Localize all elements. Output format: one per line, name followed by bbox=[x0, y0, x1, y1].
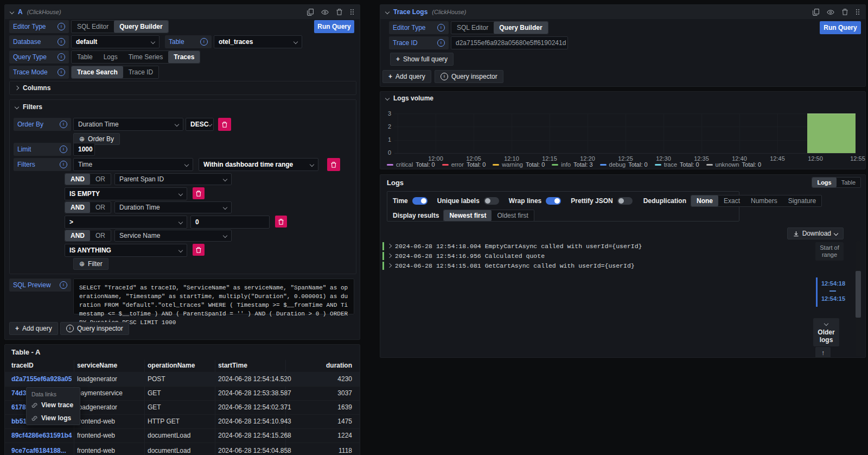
limit-input[interactable]: 1000 bbox=[73, 143, 95, 156]
col-header-traceid[interactable]: traceID bbox=[11, 362, 34, 369]
show-full-query-button[interactable]: +Show full query bbox=[390, 53, 454, 66]
query-inspector-button[interactable]: iQuery inspector bbox=[435, 70, 503, 83]
view-logs-option[interactable]: Logs bbox=[812, 178, 836, 187]
run-query-button[interactable]: Run Query bbox=[314, 20, 354, 33]
editor-type-switch[interactable]: SQL Editor Query Builder bbox=[71, 20, 169, 33]
legend-item-unknown[interactable]: unknownTotal: 0 bbox=[706, 161, 762, 168]
database-select[interactable]: default bbox=[71, 35, 159, 48]
info-bar[interactable] bbox=[807, 113, 856, 153]
log-row[interactable]: 2024-06-28 12:54:15.081 GetCartAsync cal… bbox=[382, 261, 635, 270]
remove-time-filter-button[interactable] bbox=[327, 158, 340, 171]
newest-first-option[interactable]: Newest first bbox=[444, 210, 492, 221]
scroll-to-top-button[interactable]: ↑ bbox=[815, 347, 831, 358]
col-header-operationname[interactable]: operationName bbox=[148, 362, 195, 369]
dedup-none[interactable]: None bbox=[691, 195, 718, 206]
remove-filter-button-3[interactable] bbox=[193, 244, 205, 256]
drag-handle-icon[interactable] bbox=[350, 9, 354, 15]
eye-icon[interactable] bbox=[321, 9, 329, 15]
legend-item-trace[interactable]: traceTotal: 0 bbox=[655, 161, 699, 168]
filter-operator-select-1[interactable]: IS EMPTY bbox=[65, 187, 187, 200]
remove-filter-button-2[interactable] bbox=[275, 216, 287, 228]
order-by-direction-select[interactable]: DESC bbox=[186, 118, 214, 131]
legend-item-debug[interactable]: debugTotal: 0 bbox=[600, 161, 648, 168]
info-icon[interactable]: i bbox=[60, 146, 67, 153]
logs-scrollbar-thumb[interactable] bbox=[856, 271, 861, 318]
order-by-field-select[interactable]: Duration Time bbox=[73, 118, 183, 131]
time-toggle[interactable] bbox=[412, 197, 427, 205]
legend-item-warning[interactable]: warningTotal: 0 bbox=[493, 161, 545, 168]
query-type-table[interactable]: Table bbox=[72, 51, 98, 63]
filter-time-field-select[interactable]: Time bbox=[73, 158, 193, 171]
logs-scrollbar-track[interactable] bbox=[856, 241, 861, 356]
filter-field-select-1[interactable]: Parent Span ID bbox=[114, 173, 232, 185]
logs-volume-header[interactable]: Logs volume bbox=[386, 94, 433, 102]
log-row[interactable]: 2024-06-28 12:54:16.956 Calculated quote bbox=[382, 251, 545, 261]
filters-section-toggle[interactable]: Filters bbox=[10, 100, 356, 114]
editor-type-sql-editor[interactable]: SQL Editor bbox=[72, 21, 114, 33]
query-type-switch[interactable]: Table Logs Time Series Traces bbox=[71, 50, 200, 64]
deduplication-switch[interactable]: None Exact Numbers Signature bbox=[691, 195, 822, 207]
info-icon[interactable]: i bbox=[58, 53, 65, 61]
add-query-button[interactable]: +Add query bbox=[382, 70, 431, 83]
info-icon[interactable]: i bbox=[437, 24, 445, 31]
filter-field-select-3[interactable]: Service Name bbox=[114, 230, 232, 242]
bool-operator-switch-3[interactable]: AND OR bbox=[65, 230, 111, 242]
dedup-signature[interactable]: Signature bbox=[783, 195, 821, 206]
view-trace-menu-item[interactable]: View trace bbox=[27, 399, 80, 412]
run-query-button[interactable]: Run Query bbox=[820, 21, 861, 34]
trace-id-input[interactable]: d2a7155ef6a928a05680e5ff6190241d bbox=[451, 36, 568, 49]
drag-handle-icon[interactable] bbox=[856, 9, 860, 15]
info-icon[interactable]: i bbox=[200, 38, 208, 46]
collapse-chevron-icon[interactable] bbox=[385, 10, 390, 14]
oldest-first-option[interactable]: Oldest first bbox=[492, 210, 533, 221]
info-icon[interactable]: i bbox=[437, 39, 445, 47]
remove-order-by-button[interactable] bbox=[218, 118, 231, 131]
query-type-logs[interactable]: Logs bbox=[98, 51, 123, 63]
collapse-chevron-icon[interactable] bbox=[10, 10, 14, 14]
col-header-duration[interactable]: duration bbox=[326, 362, 352, 369]
display-results-switch[interactable]: Newest first Oldest first bbox=[443, 210, 534, 222]
trace-id-link[interactable]: 9ce7caf6184188... bbox=[11, 447, 66, 454]
eye-icon[interactable] bbox=[827, 9, 834, 15]
trace-mode-switch[interactable]: Trace Search Trace ID bbox=[71, 66, 159, 79]
filter-value-input-2[interactable]: 0 bbox=[190, 216, 270, 229]
add-query-button[interactable]: +Add query bbox=[9, 322, 58, 335]
remove-filter-button-1[interactable] bbox=[193, 187, 205, 199]
trace-mode-id[interactable]: Trace ID bbox=[123, 66, 159, 78]
add-filter-button[interactable]: ⊕Filter bbox=[73, 258, 108, 270]
unique-labels-toggle[interactable] bbox=[484, 197, 499, 205]
info-icon[interactable]: i bbox=[58, 38, 65, 46]
filter-operator-select-2[interactable]: > bbox=[65, 216, 187, 229]
duplicate-icon[interactable] bbox=[813, 9, 819, 16]
editor-type-query-builder[interactable]: Query Builder bbox=[114, 21, 168, 33]
table-row[interactable]: 89cf4286e631591b4... frontend-web docume… bbox=[5, 428, 360, 443]
table-row[interactable]: 9ce7caf6184188... frontend-web documentL… bbox=[5, 444, 360, 455]
trace-mode-search[interactable]: Trace Search bbox=[72, 66, 123, 78]
panel-a-header[interactable]: A (ClickHouse) bbox=[5, 5, 360, 19]
delete-icon[interactable] bbox=[336, 9, 342, 15]
trace-id-link[interactable]: d2a7155ef6a928a05 bbox=[11, 375, 72, 383]
view-table-option[interactable]: Table bbox=[837, 178, 860, 187]
expand-log-chevron-icon[interactable] bbox=[387, 263, 392, 268]
download-button[interactable]: Download bbox=[787, 228, 844, 239]
duplicate-icon[interactable] bbox=[307, 9, 314, 16]
editor-type-sql-editor[interactable]: SQL Editor bbox=[451, 22, 494, 34]
expand-log-chevron-icon[interactable] bbox=[387, 254, 392, 258]
bool-operator-switch-1[interactable]: AND OR bbox=[65, 173, 111, 185]
filter-time-range-select[interactable]: Within dashboard time range bbox=[199, 158, 318, 171]
table-select[interactable]: otel_traces bbox=[214, 35, 302, 48]
legend-item-error[interactable]: errorTotal: 0 bbox=[442, 161, 486, 168]
legend-item-info[interactable]: infoTotal: 3 bbox=[552, 161, 592, 168]
table-row[interactable]: d2a7155ef6a928a05 loadgenerator POST 202… bbox=[5, 372, 360, 387]
info-icon[interactable]: i bbox=[60, 281, 67, 289]
legend-item-critical[interactable]: criticalTotal: 0 bbox=[387, 161, 435, 168]
delete-icon[interactable] bbox=[842, 9, 848, 15]
info-icon[interactable]: i bbox=[58, 23, 65, 30]
log-row[interactable]: 2024-06-28 12:54:18.004 EmptyCartAsync c… bbox=[382, 241, 642, 251]
query-type-traces[interactable]: Traces bbox=[168, 51, 200, 63]
columns-section[interactable]: Columns bbox=[9, 81, 356, 95]
query-inspector-button[interactable]: iQuery inspector bbox=[60, 322, 129, 335]
info-icon[interactable]: i bbox=[60, 121, 67, 128]
col-header-starttime[interactable]: startTime bbox=[218, 362, 247, 369]
dedup-exact[interactable]: Exact bbox=[718, 195, 745, 206]
